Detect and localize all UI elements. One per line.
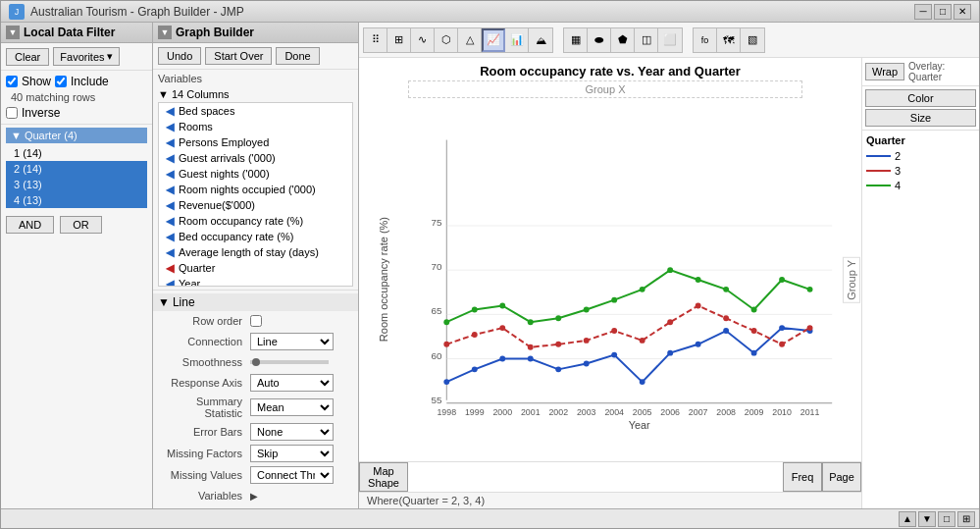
tool-box[interactable]: ⛰ <box>529 28 552 52</box>
summary-stat-row: Summary Statistic Mean <box>153 394 358 421</box>
minimize-button[interactable]: ─ <box>914 4 932 20</box>
row-order-label: Row order <box>158 315 246 327</box>
variables-arrow[interactable]: ▶ <box>250 491 258 502</box>
col-guest-arrivals[interactable]: ◀Guest arrivals ('000) <box>159 150 352 166</box>
col-quarter[interactable]: ◀Quarter <box>159 260 352 276</box>
col-revenue[interactable]: ◀Revenue($'000) <box>159 197 352 213</box>
graph-panel-toggle[interactable]: ▼ <box>158 26 172 39</box>
window-title: Australian Tourism - Graph Builder - JMP <box>30 5 914 19</box>
missing-factors-select[interactable]: Skip <box>250 445 334 462</box>
y-axis-label: Room occupancy rate (%) <box>376 215 391 344</box>
inverse-checkbox[interactable] <box>6 107 18 119</box>
svg-point-62 <box>640 287 645 292</box>
svg-text:2010: 2010 <box>772 407 792 417</box>
response-axis-select[interactable]: Auto <box>250 374 334 392</box>
col-bed-spaces[interactable]: ◀Bed spaces <box>159 103 352 119</box>
tool-hist[interactable]: ▦ <box>564 28 588 52</box>
clear-button[interactable]: Clear <box>6 48 49 66</box>
columns-header[interactable]: ▼ 14 Columns <box>158 86 353 102</box>
legend-section: Quarter 2 3 4 <box>862 130 979 508</box>
col-guest-nights[interactable]: ◀Guest nights ('000) <box>159 166 352 182</box>
tool-table[interactable]: ◫ <box>635 28 658 52</box>
chart-body: Group X Room occupancy rate (%) <box>359 80 861 461</box>
svg-point-35 <box>667 350 673 356</box>
tool-group-3: fo 🗺 ▧ <box>693 27 765 53</box>
error-bars-row: Error Bars None <box>153 421 358 443</box>
smoothness-slider[interactable] <box>250 360 329 364</box>
quarter-header[interactable]: ▼ Quarter (4) <box>6 128 147 143</box>
tool-pie[interactable]: ⬬ <box>588 28 611 52</box>
and-button[interactable]: AND <box>6 216 54 234</box>
page-button[interactable]: Page <box>822 462 861 492</box>
filter-panel-toggle[interactable]: ▼ <box>6 26 20 39</box>
quarter-item-4[interactable]: 4 (13) <box>6 192 147 208</box>
col-bed-occ[interactable]: ◀Bed occupancy rate (%) <box>159 229 352 244</box>
include-checkbox[interactable] <box>55 76 67 87</box>
legend-label-3: 3 <box>895 165 901 177</box>
quarter-item-1[interactable]: 1 (14) <box>6 145 147 161</box>
tool-line[interactable]: 📈 <box>482 28 505 52</box>
group-x-dropzone[interactable]: Group X <box>408 80 802 98</box>
wrap-button[interactable]: Wrap <box>865 63 904 80</box>
close-button[interactable]: ✕ <box>954 4 971 20</box>
svg-text:65: 65 <box>431 305 441 316</box>
smoothness-row: Smoothness <box>153 352 358 372</box>
connection-select[interactable]: Line <box>250 333 334 350</box>
tool-map[interactable]: ⬟ <box>611 28 635 52</box>
tool-pattern[interactable]: ▧ <box>741 28 764 52</box>
col-room-nights[interactable]: ◀Room nights occupied ('000) <box>159 182 352 197</box>
summary-stat-select[interactable]: Mean <box>250 398 334 416</box>
svg-point-64 <box>696 277 701 283</box>
done-button[interactable]: Done <box>276 47 319 65</box>
error-bars-select[interactable]: None <box>250 423 334 441</box>
y-axis-label-container: Room occupancy rate (%) <box>359 98 408 461</box>
svg-point-44 <box>528 344 534 350</box>
group-y-dropzone[interactable]: Group Y <box>843 257 860 303</box>
status-btn-up[interactable]: ▲ <box>899 511 916 527</box>
missing-values-select[interactable]: Connect Through <box>250 466 334 484</box>
quarter-item-3[interactable]: 3 (13) <box>6 177 147 192</box>
tool-dots[interactable]: ⠿ <box>364 28 387 52</box>
tool-wave[interactable]: ∿ <box>411 28 435 52</box>
overlay-label: Overlay: Quarter <box>908 61 976 82</box>
favorites-button[interactable]: Favorites ▾ <box>53 47 119 66</box>
columns-list: ◀Bed spaces ◀Rooms ◀Persons Employed ◀Gu… <box>158 102 353 287</box>
tool-triangle[interactable]: △ <box>458 28 482 52</box>
status-btn-down[interactable]: ▼ <box>918 511 936 527</box>
tool-grid[interactable]: ⊞ <box>387 28 411 52</box>
quarter-item-2[interactable]: 2 (14) <box>6 161 147 177</box>
size-button[interactable]: Size <box>865 109 976 127</box>
row-order-checkbox[interactable] <box>250 315 262 327</box>
filter-panel-title: Local Data Filter <box>24 26 115 39</box>
or-button[interactable]: OR <box>60 216 102 234</box>
status-btn-expand[interactable]: ⊞ <box>957 511 975 527</box>
filter-panel-header: ▼ Local Data Filter <box>1 23 152 43</box>
freq-button[interactable]: Freq <box>783 462 822 492</box>
map-shape-button[interactable]: Map Shape <box>359 462 408 492</box>
col-year[interactable]: ◀Year <box>159 276 352 287</box>
tool-map2[interactable]: 🗺 <box>717 28 741 52</box>
col-persons[interactable]: ◀Persons Employed <box>159 134 352 150</box>
undo-button[interactable]: Undo <box>158 47 201 65</box>
tool-bar[interactable]: 📊 <box>505 28 529 52</box>
tool-formula[interactable]: fo <box>694 28 717 52</box>
chart-bottom-spacer <box>408 462 783 492</box>
col-room-occ[interactable]: ◀Room occupancy rate (%) <box>159 213 352 229</box>
tool-text[interactable]: ⬜ <box>658 28 682 52</box>
svg-point-48 <box>640 338 645 344</box>
show-checkbox[interactable] <box>6 76 18 87</box>
svg-text:55: 55 <box>431 395 441 405</box>
start-over-button[interactable]: Start Over <box>205 47 272 65</box>
tool-hex[interactable]: ⬡ <box>435 28 458 52</box>
svg-point-54 <box>807 325 813 331</box>
line-header[interactable]: ▼ Line <box>153 293 358 311</box>
legend-label-2: 2 <box>895 150 901 162</box>
col-icon-blue-avg: ◀ <box>165 247 175 257</box>
color-button[interactable]: Color <box>865 89 976 107</box>
col-rooms[interactable]: ◀Rooms <box>159 119 352 134</box>
maximize-button[interactable]: □ <box>934 4 952 20</box>
col-avg-length[interactable]: ◀Average length of stay (days) <box>159 244 352 260</box>
where-text: Where(Quarter = 2, 3, 4) <box>367 495 485 506</box>
favorites-arrow: ▾ <box>107 50 113 63</box>
status-btn-window[interactable]: □ <box>938 511 955 527</box>
